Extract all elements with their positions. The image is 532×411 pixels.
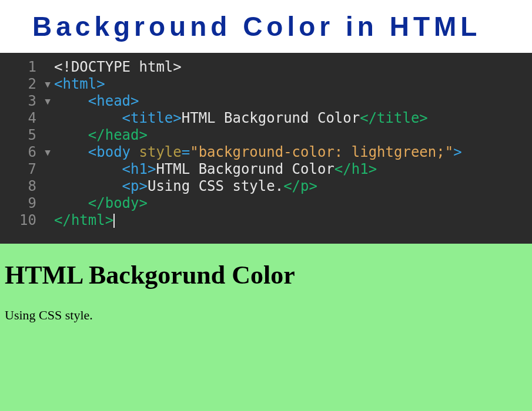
code-line[interactable]: 4 <title>HTML Backgorund Color</title> bbox=[0, 110, 532, 127]
line-number: 3 bbox=[0, 93, 41, 110]
fold-toggle-icon[interactable]: ▼ bbox=[41, 93, 54, 110]
line-number: 7 bbox=[0, 161, 41, 178]
page-title: Background Color in HTML bbox=[32, 11, 481, 42]
text-cursor bbox=[113, 214, 115, 228]
line-number: 2 bbox=[0, 76, 41, 93]
code-line[interactable]: 7 <h1>HTML Backgorund Color</h1> bbox=[0, 161, 532, 178]
code-line[interactable]: 1<!DOCTYPE html> bbox=[0, 59, 532, 76]
code-line[interactable]: 9 </body> bbox=[0, 195, 532, 212]
line-number: 1 bbox=[0, 59, 41, 76]
code-content[interactable]: <h1>HTML Backgorund Color</h1> bbox=[54, 161, 532, 178]
fold-toggle-icon[interactable]: ▼ bbox=[41, 144, 54, 161]
line-number: 10 bbox=[0, 212, 41, 229]
line-number: 9 bbox=[0, 195, 41, 212]
output-paragraph: Using CSS style. bbox=[5, 308, 527, 323]
code-content[interactable]: <html> bbox=[54, 76, 532, 93]
code-lines: 1<!DOCTYPE html>2▼<html>3▼ <head>4 <titl… bbox=[0, 59, 532, 229]
code-content[interactable]: <!DOCTYPE html> bbox=[54, 59, 532, 76]
code-line[interactable]: 5 </head> bbox=[0, 127, 532, 144]
code-content[interactable]: </html> bbox=[54, 212, 532, 229]
code-content[interactable]: <body style="background-color: lightgree… bbox=[54, 144, 532, 161]
code-line[interactable]: 8 <p>Using CSS style.</p> bbox=[0, 178, 532, 195]
code-content[interactable]: </body> bbox=[54, 195, 532, 212]
line-number: 5 bbox=[0, 127, 41, 144]
fold-toggle-icon[interactable]: ▼ bbox=[41, 76, 54, 93]
code-line[interactable]: 6▼ <body style="background-color: lightg… bbox=[0, 144, 532, 161]
line-number: 6 bbox=[0, 144, 41, 161]
output-heading: HTML Backgorund Color bbox=[5, 260, 527, 290]
line-number: 8 bbox=[0, 178, 41, 195]
page-header: Background Color in HTML bbox=[0, 0, 532, 53]
code-line[interactable]: 3▼ <head> bbox=[0, 93, 532, 110]
code-content[interactable]: <p>Using CSS style.</p> bbox=[54, 178, 532, 195]
code-content[interactable]: <title>HTML Backgorund Color</title> bbox=[54, 110, 532, 127]
code-line[interactable]: 2▼<html> bbox=[0, 76, 532, 93]
code-content[interactable]: </head> bbox=[54, 127, 532, 144]
code-line[interactable]: 10</html> bbox=[0, 212, 532, 229]
code-content[interactable]: <head> bbox=[54, 93, 532, 110]
rendered-output: HTML Backgorund Color Using CSS style. bbox=[0, 244, 532, 411]
line-number: 4 bbox=[0, 110, 41, 127]
code-editor[interactable]: 1<!DOCTYPE html>2▼<html>3▼ <head>4 <titl… bbox=[0, 53, 532, 244]
